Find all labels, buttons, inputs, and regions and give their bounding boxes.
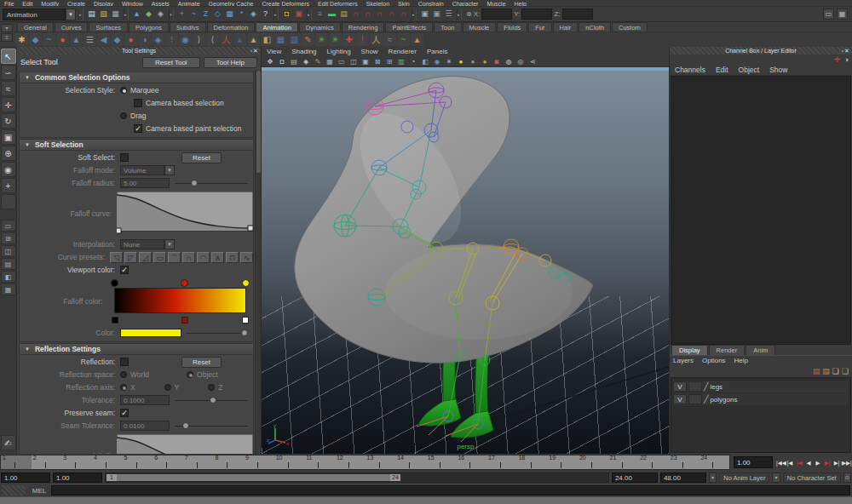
layer-name[interactable]: legs [710, 383, 722, 391]
status-icon[interactable]: Z [200, 9, 211, 20]
shelf-icon[interactable]: ≈ [383, 33, 396, 46]
tool-button[interactable]: ↖ [1, 49, 16, 64]
viewport-toolbar-icon[interactable]: ◘ [277, 57, 287, 66]
shelf-tab[interactable]: Rendering [342, 22, 385, 32]
status-icon[interactable]: ~ [188, 9, 199, 20]
shelf-icon[interactable]: ✱ [15, 33, 28, 46]
layer-name[interactable]: polygons [710, 396, 737, 404]
layout-button[interactable]: ⊞ [1, 232, 16, 244]
layer-editor-icon[interactable]: ❏ [832, 367, 839, 375]
viewport-toolbar-icon[interactable]: ◈ [301, 57, 311, 66]
layout-button[interactable]: ◧ [1, 271, 16, 283]
frame-tick[interactable]: 1 [1, 455, 32, 469]
status-icon[interactable]: ◈ [248, 9, 259, 20]
frame-tick[interactable]: 14 [395, 455, 426, 469]
tool-button[interactable]: ▣ [1, 129, 16, 145]
viewport-toolbar-icon[interactable]: ◙ [492, 57, 502, 66]
frame-tick[interactable]: 23 [669, 455, 699, 469]
frame-tick[interactable]: 17 [486, 455, 517, 469]
menu-item[interactable]: Animate [174, 0, 204, 6]
viewport-menu-item[interactable]: Show [361, 48, 378, 55]
status-icon[interactable]: ▣ [293, 9, 304, 20]
range-end-handle[interactable]: 24 [390, 474, 400, 481]
status-icon[interactable]: ▦ [224, 9, 235, 20]
viewport-toolbar-icon[interactable]: ◍ [504, 57, 514, 66]
viewport-toolbar-icon[interactable]: ⋖ [527, 57, 538, 66]
y-input[interactable] [521, 9, 552, 20]
viewport-toolbar-icon[interactable]: ✥ [265, 57, 275, 66]
panel-dock-close-icons[interactable]: ▫✕ [842, 47, 850, 54]
curve-handle[interactable] [248, 226, 253, 231]
falloff-curve-widget[interactable] [117, 192, 253, 236]
shelf-icon[interactable]: ▲ [70, 33, 83, 46]
status-icon[interactable]: ≡ [314, 9, 325, 20]
shelf-icon[interactable]: ● [124, 33, 137, 46]
status-icon[interactable]: ▤ [86, 9, 97, 20]
channel-box-menu-item[interactable]: Channels [675, 66, 705, 74]
menu-set-selector[interactable]: Animation ▼ [3, 9, 76, 20]
curve-preset-button[interactable]: ⌒ [168, 252, 181, 263]
layer-row[interactable]: V ╱ polygons [673, 393, 849, 405]
chevron-down-icon[interactable]: ▾ [772, 472, 780, 483]
status-divider[interactable]: ▸ [457, 9, 462, 20]
menu-item[interactable]: Geometry Cache [204, 0, 258, 6]
shelf-tab[interactable]: Animation [256, 22, 297, 32]
layer-editor-menu-item[interactable]: Options [702, 357, 726, 364]
menu-item[interactable]: Edit Deformers [314, 0, 362, 6]
shelf-icon[interactable]: ⟩ [193, 33, 205, 46]
current-time-input[interactable] [734, 456, 773, 468]
interpolation-dropdown[interactable]: None ▼ [120, 239, 175, 249]
frame-tick[interactable]: 16 [456, 455, 486, 469]
tool-settings-scrollbar[interactable] [255, 70, 261, 454]
camera-based-selection-checkbox[interactable] [134, 99, 142, 107]
layer-visibility-toggle[interactable]: V [673, 381, 687, 392]
reflection-checkbox[interactable] [120, 358, 129, 366]
shelf-icon[interactable]: ☰ [83, 33, 96, 46]
shelf-tab[interactable]: Subdivs [170, 22, 206, 32]
status-divider[interactable]: ▸ [412, 9, 417, 20]
menu-item[interactable]: Create [63, 0, 89, 6]
section-header[interactable]: ▼ Common Selection Options [20, 72, 253, 83]
playback-button[interactable]: ◀ [804, 457, 813, 468]
soft-reset-button[interactable]: Reset [181, 152, 222, 163]
status-icon[interactable]: ∩ [398, 9, 409, 20]
curve-preset-button[interactable]: ▭ [153, 252, 166, 263]
color-slider[interactable] [187, 328, 248, 338]
shelf-icon[interactable]: ◧ [261, 33, 273, 46]
viewport-toolbar-icon[interactable]: ⊞ [384, 57, 394, 66]
frame-tick[interactable]: 8 [213, 455, 244, 469]
viewport-menu-item[interactable]: View [267, 48, 281, 55]
status-icon[interactable]: ∩ [386, 9, 397, 20]
x-input[interactable] [481, 9, 512, 20]
status-icon[interactable]: ▣ [419, 9, 430, 20]
menu-item[interactable]: Help [510, 0, 531, 6]
menu-item[interactable]: Constrain [414, 0, 448, 6]
chevron-down-icon[interactable]: ▼ [164, 239, 175, 249]
status-icon[interactable]: ▬ [326, 9, 337, 20]
shelf-icon[interactable]: ◆ [29, 33, 42, 46]
shelf-tab[interactable]: Dynamics [299, 22, 341, 32]
shelf-tab[interactable]: Toon [434, 22, 461, 32]
tool-help-button[interactable]: Tool Help [204, 57, 257, 68]
section-header[interactable]: ▼ Reflection Settings [20, 344, 253, 355]
command-line-grip[interactable] [2, 485, 26, 495]
playback-button[interactable]: ▶| [823, 457, 832, 468]
viewport-toolbar-icon[interactable]: ▦ [325, 57, 335, 66]
curve-preset-button[interactable]: ◹ [110, 252, 123, 263]
bird-model[interactable] [295, 76, 593, 363]
range-start-handle[interactable]: 1 [106, 474, 117, 481]
falloff-radius-slider[interactable] [175, 178, 248, 188]
channel-box-titlebar[interactable]: Channel Box / Layer Editor ▫✕ [670, 47, 852, 54]
frame-tick[interactable]: 9 [244, 455, 274, 469]
color-swatch[interactable] [120, 329, 181, 337]
shelf-icon[interactable]: ~ [43, 33, 55, 46]
ramp-interp-handle[interactable] [242, 317, 249, 324]
status-icon[interactable]: ▨ [98, 9, 109, 20]
playback-end-input[interactable] [612, 472, 658, 483]
shelf-tab[interactable]: Fur [528, 22, 551, 32]
layer-type-toggle[interactable] [688, 394, 702, 404]
layer-editor-icon[interactable]: ▤ [813, 367, 820, 375]
shelf-icon[interactable]: ◑ [138, 33, 151, 46]
channel-box-menu-item[interactable]: Show [769, 66, 787, 74]
channel-list-area[interactable] [671, 76, 851, 345]
